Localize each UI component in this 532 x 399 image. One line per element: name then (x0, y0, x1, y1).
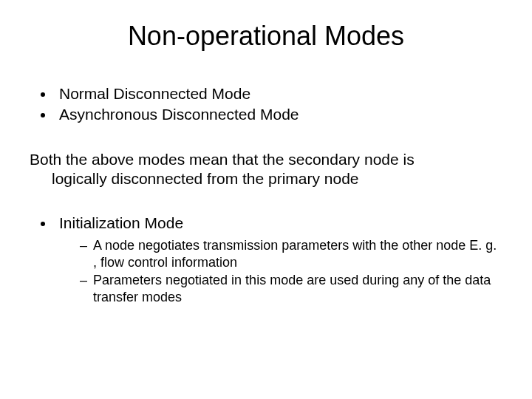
list-item: Initialization Mode A node negotiates tr… (55, 214, 502, 305)
paragraph-line: logically disconnected from the primary … (30, 169, 502, 188)
second-bullet-list: Initialization Mode A node negotiates tr… (30, 214, 502, 305)
slide-title: Non-operational Modes (30, 21, 502, 52)
list-item: Normal Disconnected Mode (55, 84, 502, 103)
list-item: Asynchronous Disconnected Mode (55, 105, 502, 124)
sub-bullet-list: A node negotiates transmission parameter… (59, 237, 502, 305)
paragraph-line: Both the above modes mean that the secon… (30, 151, 415, 168)
slide: Non-operational Modes Normal Disconnecte… (0, 21, 532, 399)
top-bullet-list: Normal Disconnected Mode Asynchronous Di… (30, 84, 502, 125)
bullet-label: Initialization Mode (59, 214, 183, 231)
paragraph: Both the above modes mean that the secon… (30, 150, 502, 189)
list-item: Parameters negotiated in this mode are u… (80, 272, 502, 305)
list-item: A node negotiates transmission parameter… (80, 237, 502, 270)
slide-body: Normal Disconnected Mode Asynchronous Di… (30, 84, 502, 305)
